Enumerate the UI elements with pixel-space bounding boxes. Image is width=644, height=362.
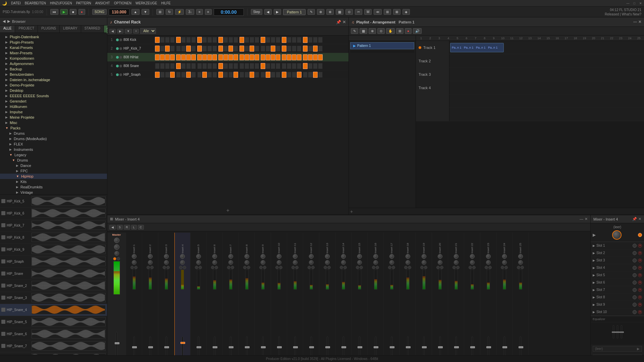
pad-4-0[interactable]	[155, 72, 160, 78]
mixer-mute-17[interactable]	[392, 266, 395, 269]
mixer-send-22[interactable]	[469, 266, 472, 269]
mixer-fader-handle-12[interactable]	[309, 346, 314, 348]
pad-4-28[interactable]	[303, 72, 308, 78]
count-btn[interactable]: 3↓	[186, 9, 194, 15]
slot-7-remove[interactable]: ✕	[638, 288, 642, 292]
slot-5-toggle[interactable]	[633, 273, 637, 277]
mixer-mute-12[interactable]	[311, 266, 315, 269]
pad-3-31[interactable]	[318, 63, 323, 69]
mixer-fader-track-14[interactable]	[343, 337, 344, 357]
pl-zoom-tool[interactable]: ⊙	[377, 28, 385, 34]
mixer-knob-a-25[interactable]	[518, 254, 523, 259]
mixer-pan-13[interactable]	[325, 260, 330, 265]
loop-btn[interactable]: ↻	[166, 9, 173, 15]
tree-benutzerdaten[interactable]: ▶Benutzerdaten	[0, 72, 107, 77]
mixer-pan-20[interactable]	[438, 260, 442, 265]
slot-10-remove[interactable]: ✕	[638, 310, 642, 314]
pad-0-4[interactable]	[176, 37, 181, 43]
mixer-knob-a-9[interactable]	[261, 254, 265, 259]
waveform-item-1[interactable]: HIP_Kick_6	[0, 207, 107, 220]
waveform-item-12[interactable]: HIP_Snare_7	[0, 340, 107, 352]
mixer-fader-track-22[interactable]	[472, 337, 473, 357]
mixer-knob-a-8[interactable]	[245, 254, 249, 259]
color-tool[interactable]: ◈	[402, 9, 410, 15]
pad-2-16[interactable]	[239, 54, 244, 60]
pad-2-31[interactable]	[318, 54, 323, 60]
pad-3-17[interactable]	[245, 63, 249, 69]
record-button[interactable]: ●	[78, 9, 85, 15]
mixer-knob-a-18[interactable]	[406, 254, 410, 259]
mixer-pan-23[interactable]	[486, 260, 491, 265]
mixer-pan-24[interactable]	[502, 260, 507, 265]
mixer-mute-3[interactable]	[166, 266, 170, 269]
pl-rec-btn[interactable]: ●	[405, 28, 412, 34]
mixer-fader-handle-8[interactable]	[245, 346, 250, 348]
pad-3-19[interactable]	[255, 63, 259, 69]
pad-4-10[interactable]	[207, 72, 212, 78]
tree-vintage[interactable]: ▶Vintage	[0, 190, 107, 194]
mixer-fader-handle-11[interactable]	[293, 346, 298, 348]
pad-1-29[interactable]	[308, 46, 313, 52]
tree-drums-modeaudio[interactable]: ▶Drums (ModeAudio)	[0, 136, 107, 141]
tree-kits[interactable]: ▶Kits	[0, 179, 107, 184]
pad-3-7[interactable]	[191, 63, 196, 69]
browser-nav-fwd[interactable]: ▶	[7, 19, 10, 23]
mixer-knob-a-20[interactable]	[438, 254, 442, 259]
insert-slot-10[interactable]: ▶ Slot 10 ✕	[591, 308, 644, 316]
tab-library[interactable]: LIBRARY	[60, 25, 81, 33]
menu-datei[interactable]: DATEI	[11, 1, 21, 5]
mixer-fader-handle-3[interactable]	[164, 346, 169, 348]
insert-slot-8[interactable]: ▶ Slot 8 ✕	[591, 294, 644, 301]
mixer-pan-12[interactable]	[309, 260, 314, 265]
mixer-send-13[interactable]	[324, 266, 327, 269]
slot-6-toggle[interactable]	[633, 281, 637, 285]
mixer-mute-1[interactable]	[134, 266, 138, 269]
mixer-fader-track-23[interactable]	[488, 337, 489, 357]
pad-2-17[interactable]	[245, 54, 249, 60]
pad-0-20[interactable]	[261, 37, 265, 43]
pad-1-18[interactable]	[250, 46, 254, 52]
window-maximize[interactable]: □	[634, 2, 635, 5]
pad-3-11[interactable]	[212, 63, 217, 69]
tree-demo-projekte[interactable]: ▶Demo-Projekte	[0, 82, 107, 88]
pad-4-8[interactable]	[197, 72, 202, 78]
mixer-knob-a-14[interactable]	[341, 254, 346, 259]
pad-4-23[interactable]	[276, 72, 280, 78]
slot-9-remove[interactable]: ✕	[638, 303, 642, 307]
master-knob-1[interactable]	[114, 238, 119, 243]
pad-2-0[interactable]	[155, 54, 160, 60]
master-pan[interactable]	[114, 251, 119, 256]
mixer-mute-6[interactable]	[215, 266, 218, 269]
pad-2-13[interactable]	[223, 54, 228, 60]
menu-optionen[interactable]: OPTIONEN	[114, 1, 131, 5]
rack-next-btn[interactable]: ▶	[117, 29, 123, 34]
pad-0-14[interactable]	[228, 37, 233, 43]
insert-slot-4[interactable]: ▶ Slot 4 ✕	[591, 264, 644, 272]
insert-panel-pin[interactable]: 📌	[632, 217, 637, 221]
pad-2-23[interactable]	[276, 54, 280, 60]
step-next[interactable]: ▶	[274, 9, 281, 15]
pad-4-14[interactable]	[228, 72, 233, 78]
insert-slot-2[interactable]: ▶ Slot 2 ✕	[591, 249, 644, 257]
pad-3-23[interactable]	[276, 63, 280, 69]
pad-0-15[interactable]	[233, 37, 238, 43]
mixer-knob-a-22[interactable]	[470, 254, 475, 259]
song-mode-btn[interactable]: SONG	[92, 9, 107, 15]
menu-werkzeuge[interactable]: WERKZEUGE	[136, 1, 157, 5]
mixer-mute-24[interactable]	[504, 266, 508, 269]
pad-4-24[interactable]	[282, 72, 286, 78]
pl-pan-tool[interactable]: ✋	[386, 28, 395, 34]
insert-slot-6[interactable]: ▶ Slot 6 ✕	[591, 279, 644, 286]
pad-1-2[interactable]	[165, 46, 170, 52]
mixer-knob-a-19[interactable]	[422, 254, 426, 259]
rack-add-btn[interactable]: +	[133, 29, 139, 34]
pad-1-26[interactable]	[292, 46, 297, 52]
prev-button[interactable]: ⏮	[50, 9, 58, 15]
pad-0-24[interactable]	[282, 37, 286, 43]
mixer-fader-handle-15[interactable]	[358, 346, 362, 348]
pad-2-9[interactable]	[202, 54, 207, 60]
pad-4-13[interactable]	[223, 72, 228, 78]
mixer-knob-a-15[interactable]	[357, 254, 362, 259]
mixer-mute-2[interactable]	[150, 266, 154, 269]
step-prev[interactable]: ◀	[264, 9, 272, 15]
